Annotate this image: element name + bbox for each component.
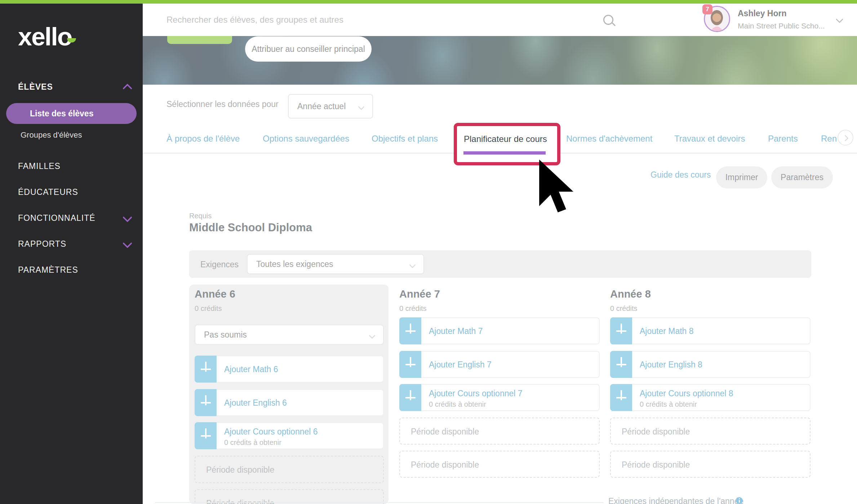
sidebar-item-groupes-deleves[interactable]: Groupes d'élèves bbox=[21, 130, 82, 140]
sidebar: xello ÉLÈVES Liste des élèves Groupes d'… bbox=[0, 4, 143, 504]
app-window: xello ÉLÈVES Liste des élèves Groupes d'… bbox=[0, 0, 857, 504]
mouse-cursor bbox=[536, 159, 578, 215]
sidebar-item-educateurs[interactable]: ÉDUCATEURS bbox=[18, 187, 78, 197]
sidebar-item-familles[interactable]: FAMILLES bbox=[18, 161, 61, 171]
sidebar-item-rapports[interactable]: RAPPORTS bbox=[18, 239, 66, 249]
app-logo[interactable]: xello bbox=[18, 22, 72, 51]
chevron-down-icon[interactable] bbox=[123, 238, 132, 248]
active-tab-underline bbox=[463, 151, 546, 155]
sidebar-section-eleves[interactable]: ÉLÈVES bbox=[18, 82, 53, 92]
brand-top-strip bbox=[0, 0, 857, 4]
sidebar-item-parametres[interactable]: PARAMÈTRES bbox=[18, 265, 78, 275]
sidebar-item-liste-des-eleves[interactable]: Liste des élèves bbox=[6, 103, 137, 124]
chevron-down-icon[interactable] bbox=[123, 213, 132, 222]
sidebar-item-fonctionnalite[interactable]: FONCTIONNALITÉ bbox=[18, 213, 96, 223]
chevron-up-icon[interactable] bbox=[123, 84, 132, 93]
tutorial-dim-overlay bbox=[143, 0, 857, 504]
tab-planificateur-de-cours[interactable]: Planificateur de cours bbox=[464, 134, 547, 144]
